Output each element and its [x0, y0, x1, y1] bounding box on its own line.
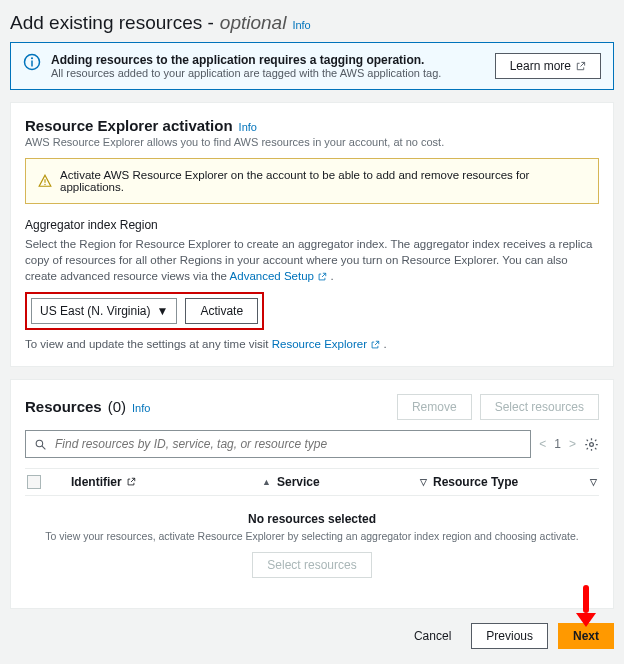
empty-title: No resources selected	[25, 512, 599, 526]
title-info-link[interactable]: Info	[292, 19, 310, 31]
page-title: Add existing resources - optional Info	[10, 12, 614, 34]
resources-panel: Resources (0) Info Remove Select resourc…	[10, 379, 614, 609]
aggregator-label: Aggregator index Region	[25, 218, 599, 232]
advanced-setup-link[interactable]: Advanced Setup	[230, 270, 331, 282]
previous-button[interactable]: Previous	[471, 623, 548, 649]
wizard-footer: Cancel Previous Next	[10, 623, 614, 649]
page-prev[interactable]: <	[539, 437, 546, 451]
activation-title: Resource Explorer activation	[25, 117, 233, 134]
resources-info-link[interactable]: Info	[132, 402, 150, 414]
region-activate-highlight: US East (N. Virginia) ▼ Activate	[25, 292, 264, 330]
next-label: Next	[573, 629, 599, 643]
activation-sub: AWS Resource Explorer allows you to find…	[25, 136, 599, 148]
remove-label: Remove	[412, 400, 457, 414]
sort-icon[interactable]: ▽	[420, 477, 427, 487]
info-icon	[23, 53, 41, 71]
svg-line-6	[42, 446, 45, 449]
remove-button[interactable]: Remove	[397, 394, 472, 420]
external-link-icon	[126, 477, 136, 487]
col-service[interactable]: Service	[277, 475, 320, 489]
region-selected-value: US East (N. Virginia)	[40, 304, 150, 318]
activation-panel: Resource Explorer activation Info AWS Re…	[10, 102, 614, 367]
pagination: < 1 >	[539, 437, 576, 451]
svg-rect-3	[44, 179, 45, 183]
activate-button[interactable]: Activate	[185, 298, 258, 324]
search-field-wrapper[interactable]	[25, 430, 531, 458]
settings-icon[interactable]	[584, 437, 599, 452]
previous-label: Previous	[486, 629, 533, 643]
select-resources-button[interactable]: Select resources	[480, 394, 599, 420]
title-text: Add existing resources -	[10, 12, 214, 34]
learn-more-label: Learn more	[510, 59, 571, 73]
alert-sub: All resources added to your application …	[51, 67, 485, 79]
cancel-label: Cancel	[414, 629, 451, 643]
warning-icon	[38, 174, 52, 188]
svg-point-1	[31, 57, 33, 59]
external-link-icon	[575, 61, 586, 72]
resources-title: Resources	[25, 398, 102, 415]
empty-state: No resources selected To view your resou…	[25, 496, 599, 594]
chevron-down-icon: ▼	[156, 304, 168, 318]
svg-point-5	[36, 440, 43, 447]
region-select[interactable]: US East (N. Virginia) ▼	[31, 298, 177, 324]
page-current: 1	[554, 437, 561, 451]
page-next[interactable]: >	[569, 437, 576, 451]
search-icon	[34, 438, 47, 451]
activate-label: Activate	[200, 304, 243, 318]
activation-warning: Activate AWS Resource Explorer on the ac…	[25, 158, 599, 204]
empty-select-label: Select resources	[267, 558, 356, 572]
sort-icon[interactable]: ▽	[590, 477, 597, 487]
empty-desc: To view your resources, activate Resourc…	[25, 530, 599, 542]
col-resource-type[interactable]: Resource Type	[433, 475, 518, 489]
resources-count: (0)	[108, 398, 126, 415]
svg-rect-2	[31, 61, 33, 67]
alert-title: Adding resources to the application requ…	[51, 53, 485, 67]
select-all-checkbox[interactable]	[27, 475, 41, 489]
warning-text: Activate AWS Resource Explorer on the ac…	[60, 169, 586, 193]
select-resources-label: Select resources	[495, 400, 584, 414]
empty-select-resources-button[interactable]: Select resources	[252, 552, 371, 578]
search-input[interactable]	[53, 436, 522, 452]
svg-rect-4	[44, 184, 45, 185]
annotation-arrow	[576, 585, 596, 627]
svg-point-7	[590, 443, 594, 447]
sort-asc-icon[interactable]: ▲	[262, 477, 271, 487]
aggregator-desc: Select the Region for Resource Explorer …	[25, 236, 599, 284]
resource-explorer-link[interactable]: Resource Explorer	[272, 338, 384, 350]
table-header: Identifier ▲ Service ▽ Resource Type ▽	[25, 468, 599, 496]
tagging-alert: Adding resources to the application requ…	[10, 42, 614, 90]
title-optional: optional	[220, 12, 287, 34]
activation-info-link[interactable]: Info	[239, 121, 257, 133]
cancel-button[interactable]: Cancel	[404, 624, 461, 648]
learn-more-button[interactable]: Learn more	[495, 53, 601, 79]
visit-note: To view and update the settings at any t…	[25, 336, 599, 352]
col-identifier[interactable]: Identifier	[71, 475, 122, 489]
